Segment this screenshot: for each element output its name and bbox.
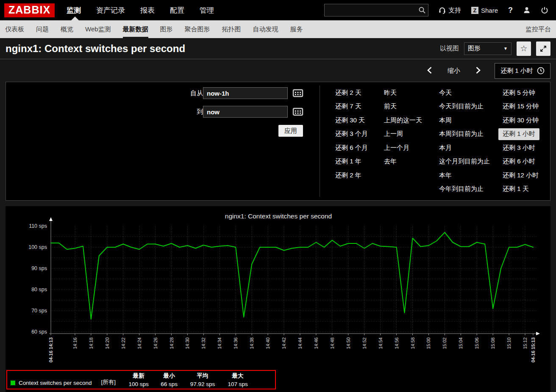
main-nav-item[interactable]: 报表 bbox=[140, 6, 155, 15]
search-icon[interactable] bbox=[418, 6, 426, 14]
search-input[interactable] bbox=[324, 4, 428, 17]
quick-range-link[interactable]: 还剩 6 小时 bbox=[503, 155, 556, 169]
subnav-item[interactable]: 自动发现 bbox=[253, 20, 278, 38]
svg-text:14:36: 14:36 bbox=[233, 337, 238, 349]
chevron-right-icon bbox=[475, 66, 481, 74]
quick-range-link[interactable]: 还剩 2 天 bbox=[335, 86, 384, 100]
zabbix-app: ZABBIX 监测资产记录报表配置管理 支持 Z bbox=[0, 0, 556, 392]
sub-navigation-bar: 仪表板问题概览Web监测最新数据图形聚合图形拓扑图自动发现服务 监控平台 bbox=[0, 20, 556, 38]
quick-range-link[interactable]: 还剩 30 天 bbox=[335, 113, 384, 127]
from-input[interactable] bbox=[203, 87, 288, 99]
svg-text:14:40: 14:40 bbox=[265, 337, 270, 349]
svg-text:15:10: 15:10 bbox=[506, 337, 512, 349]
to-input[interactable] bbox=[203, 106, 288, 118]
zabbix-logo[interactable]: ZABBIX bbox=[4, 3, 55, 17]
help-button[interactable]: ? bbox=[508, 6, 513, 15]
quick-range-link[interactable]: 今年到目前为止 bbox=[439, 182, 503, 196]
svg-text:14:18: 14:18 bbox=[89, 337, 94, 349]
subnav-item[interactable]: 聚合图形 bbox=[185, 20, 210, 38]
main-nav-item[interactable]: 管理 bbox=[200, 6, 214, 15]
support-link[interactable]: 支持 bbox=[439, 6, 461, 14]
time-forward-button[interactable] bbox=[472, 65, 484, 77]
quick-range-link[interactable]: 还剩 3 个月 bbox=[335, 127, 384, 141]
view-as-select[interactable]: 图形 ▼ bbox=[464, 42, 512, 55]
quick-range-link[interactable]: 上一个月 bbox=[384, 141, 439, 155]
quick-range-link[interactable]: 还剩 1 小时 bbox=[498, 128, 539, 140]
series-scope: [所有] bbox=[101, 378, 116, 386]
apply-button[interactable]: 应用 bbox=[278, 125, 303, 137]
quick-range-link[interactable]: 本周 bbox=[439, 113, 503, 127]
calendar-icon bbox=[292, 88, 303, 99]
quick-range-link[interactable]: 还剩 5 分钟 bbox=[503, 86, 556, 100]
svg-text:14:48: 14:48 bbox=[330, 337, 335, 349]
quick-range-link[interactable]: 还剩 15 分钟 bbox=[503, 100, 556, 114]
power-icon bbox=[541, 6, 548, 14]
main-nav-item[interactable]: 资产记录 bbox=[96, 6, 125, 15]
main-nav-item[interactable]: 配置 bbox=[170, 6, 184, 15]
subnav-item[interactable]: Web监测 bbox=[85, 20, 111, 38]
to-calendar-button[interactable] bbox=[292, 106, 303, 117]
quick-range-link[interactable]: 还剩 3 小时 bbox=[503, 141, 556, 155]
svg-text:04-16 15:13: 04-16 15:13 bbox=[531, 337, 536, 362]
quick-range-link[interactable]: 还剩 7 天 bbox=[335, 100, 384, 114]
from-calendar-button[interactable] bbox=[292, 88, 303, 99]
quick-range-column: 还剩 2 天还剩 7 天还剩 30 天还剩 3 个月还剩 6 个月还剩 1 年还… bbox=[335, 86, 384, 196]
subnav-item[interactable]: 最新数据 bbox=[123, 20, 148, 38]
svg-text:15:12: 15:12 bbox=[523, 337, 528, 349]
share-link[interactable]: Z Share bbox=[471, 7, 498, 14]
subnav-item[interactable]: 图形 bbox=[160, 20, 173, 38]
page-title: nginx1: Context switches per second bbox=[6, 43, 185, 55]
quick-range-link[interactable]: 本周到目前为止 bbox=[439, 127, 503, 141]
series-color-swatch bbox=[11, 381, 15, 385]
graph-panel: nginx1: Context switches per second04-16… bbox=[6, 206, 550, 392]
user-profile-button[interactable] bbox=[523, 6, 531, 14]
svg-text:15:04: 15:04 bbox=[458, 337, 463, 349]
quick-range-link[interactable]: 本月 bbox=[439, 141, 503, 155]
quick-range-link[interactable]: 上周的这一天 bbox=[384, 113, 439, 127]
top-navigation-bar: ZABBIX 监测资产记录报表配置管理 支持 Z bbox=[0, 0, 556, 20]
main-nav: 监测资产记录报表配置管理 bbox=[67, 6, 214, 15]
quick-range-link[interactable]: 还剩 30 分钟 bbox=[503, 113, 556, 127]
subnav-item[interactable]: 概览 bbox=[61, 20, 73, 38]
quick-range-column: 昨天前天上周的这一天上一周上一个月去年 bbox=[384, 86, 439, 196]
time-series-chart[interactable]: nginx1: Context switches per second04-16… bbox=[6, 206, 550, 392]
quick-range-link[interactable]: 还剩 1 年 bbox=[335, 155, 384, 169]
user-icon bbox=[523, 6, 531, 14]
quick-range-link[interactable]: 去年 bbox=[384, 155, 439, 169]
quick-range-link[interactable]: 还剩 6 个月 bbox=[335, 141, 384, 155]
quick-range-link[interactable]: 这个月到目前为止 bbox=[439, 155, 503, 169]
quick-range-link[interactable]: 前天 bbox=[384, 100, 439, 114]
quick-range-link[interactable]: 今天到目前为止 bbox=[439, 100, 503, 114]
filter-divider bbox=[320, 86, 320, 197]
share-z-icon: Z bbox=[471, 7, 478, 14]
main-nav-item[interactable]: 监测 bbox=[67, 6, 81, 15]
quick-range-link[interactable]: 还剩 1 天 bbox=[503, 182, 556, 196]
fullscreen-button[interactable] bbox=[536, 41, 550, 56]
legend-highlight-box: Context switches per second [所有] 最新100 s… bbox=[6, 370, 276, 389]
subnav-item[interactable]: 仪表板 bbox=[5, 20, 24, 38]
subnav-item[interactable]: 问题 bbox=[36, 20, 49, 38]
from-label: 自从 bbox=[178, 89, 203, 97]
subnav-item[interactable]: 拓扑图 bbox=[222, 20, 241, 38]
subnav-item[interactable]: 服务 bbox=[290, 20, 303, 38]
favorite-button[interactable]: ☆ bbox=[517, 41, 531, 56]
svg-text:15:06: 15:06 bbox=[474, 337, 479, 349]
quick-range-link[interactable]: 本年 bbox=[439, 168, 503, 182]
topbar-right-cluster: 支持 Z Share ? bbox=[324, 4, 548, 17]
logout-button[interactable] bbox=[541, 6, 548, 14]
legend-stat: 平均97.92 sps bbox=[184, 372, 221, 387]
quick-range-link[interactable]: 今天 bbox=[439, 86, 503, 100]
quick-range-column: 今天今天到目前为止本周本周到目前为止本月这个月到目前为止本年今年到目前为止 bbox=[439, 86, 503, 196]
quick-range-link[interactable]: 昨天 bbox=[384, 86, 439, 100]
svg-text:14:26: 14:26 bbox=[153, 337, 158, 349]
svg-text:14:38: 14:38 bbox=[249, 337, 254, 349]
time-back-button[interactable] bbox=[423, 65, 436, 77]
zoom-out-button[interactable]: 缩小 bbox=[448, 67, 460, 75]
quick-range-link[interactable]: 还剩 12 小时 bbox=[503, 168, 556, 182]
svg-text:14:34: 14:34 bbox=[217, 337, 222, 349]
svg-text:110 sps: 110 sps bbox=[29, 223, 47, 229]
quick-range-link[interactable]: 上一周 bbox=[384, 127, 439, 141]
svg-text:14:24: 14:24 bbox=[137, 337, 142, 349]
time-range-tab[interactable]: 还剩 1 小时 bbox=[495, 63, 550, 79]
quick-range-link[interactable]: 还剩 2 年 bbox=[335, 168, 384, 182]
